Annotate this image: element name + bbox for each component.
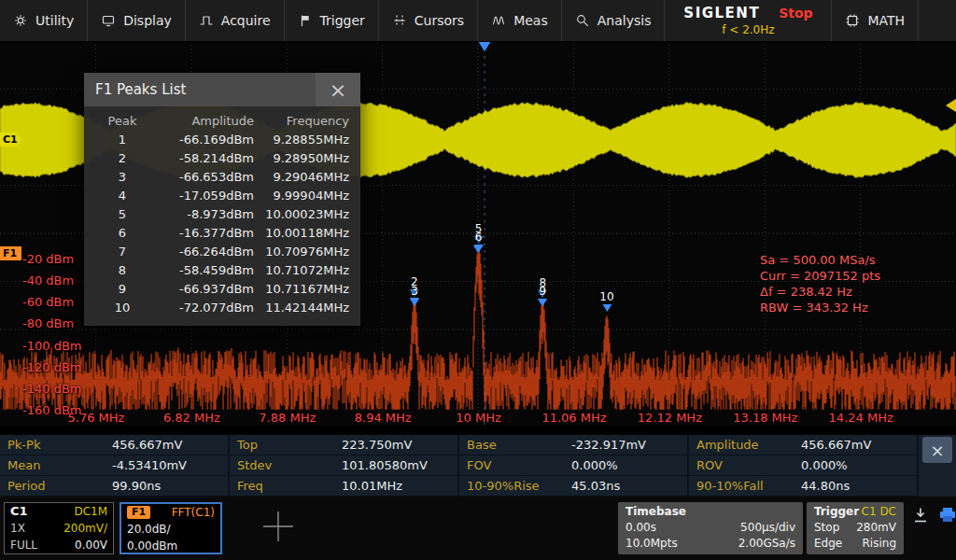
peaks-table-row: 9-66.937dBm10.71167MHz	[95, 279, 349, 298]
fft-info-readout: Sa = 500.00 MSa/sCurr = 2097152 ptsΔf = …	[760, 252, 880, 315]
measurement-cell: FOV0.000%	[459, 455, 689, 476]
brand-status-box: SIGLENT Stop f < 2.0Hz	[665, 0, 832, 41]
c1-scale: 200mV/	[63, 520, 107, 537]
peaks-table-row: 4-17.059dBm9.99904MHz	[95, 186, 349, 204]
c1-coupling: DC1M	[74, 503, 107, 520]
peaks-dialog-title: F1 Peaks List	[95, 81, 186, 98]
acquire-icon	[199, 13, 214, 28]
peaks-list-dialog[interactable]: F1 Peaks List × Peak Amplitude Frequency…	[84, 73, 360, 326]
measurement-cell: 10-90%Rise45.03ns	[459, 476, 689, 497]
menu-display[interactable]: Display	[88, 0, 186, 41]
crosshair-icon	[260, 508, 297, 545]
brand-logo: SIGLENT	[683, 5, 760, 21]
fft-freq-label: 5.76 MHz	[68, 411, 125, 425]
fft-scale-label: -80 dBm	[22, 316, 74, 331]
peaks-col-amplitude: Amplitude	[149, 114, 254, 128]
fft-scale-label: -120 dBm	[22, 360, 81, 375]
menu-trigger[interactable]: Trigger	[285, 0, 379, 41]
peak-arrow-icon	[410, 299, 419, 306]
fft-scale-label: -100 dBm	[22, 339, 81, 354]
trigger-source: C1 DC	[862, 504, 896, 520]
trigger-frequency-readout: f < 2.0Hz	[678, 23, 818, 36]
c1-bandwidth: FULL	[10, 537, 37, 553]
run-state-badge[interactable]: Stop	[779, 6, 812, 21]
peaks-table-row: 8-58.459dBm10.71072MHz	[95, 260, 349, 279]
measurement-cell: Mean-4.53410mV	[0, 455, 230, 476]
c1-label: C1	[10, 503, 28, 520]
measurement-cell: Stdev101.80580mV	[230, 455, 459, 476]
add-trace-button[interactable]	[256, 504, 301, 549]
printer-icon[interactable]	[937, 506, 956, 525]
save-to-usb-icon[interactable]	[911, 506, 930, 525]
menu-meas[interactable]: Meas	[478, 0, 562, 41]
peaks-table-row: 6-16.377dBm10.00118MHz	[95, 223, 349, 242]
bottom-bar: C1 DC1M 1X 200mV/ FULL 0.00V F1 FFT(C1) …	[0, 497, 956, 560]
peaks-table-row: 3-66.653dBm9.29046MHz	[95, 167, 349, 186]
menu-analysis[interactable]: Analysis	[562, 0, 666, 41]
trigger-level-marker[interactable]	[946, 99, 956, 112]
analysis-icon	[575, 13, 590, 28]
peaks-table-row: 7-66.264dBm10.70976MHz	[95, 242, 349, 260]
measurement-cell: ROV0.000%	[689, 455, 919, 476]
timebase-title: Timebase	[626, 504, 686, 520]
timebase-box[interactable]: Timebase 0.00s 500µs/div 10.0Mpts 2.00GS…	[618, 502, 803, 554]
peak-marker-10: 10	[599, 291, 613, 312]
fft-freq-label: 11.06 MHz	[541, 411, 606, 425]
f1-offset: 0.00dBm	[127, 538, 177, 554]
f1-label: F1	[127, 506, 150, 519]
peak-arrow-icon	[602, 304, 612, 312]
fft-freq-label: 8.94 MHz	[355, 411, 412, 425]
trigger-type: Edge	[814, 536, 842, 552]
peaks-rows: 1-66.169dBm9.28855MHz2-58.214dBm9.28950M…	[95, 130, 349, 316]
fft-freq-label: 13.18 MHz	[733, 411, 797, 425]
fft-info-line: Sa = 500.00 MSa/s	[760, 252, 880, 268]
measurement-cell: Top223.750mV	[230, 435, 459, 455]
peaks-table-row: 2-58.214dBm9.28950MHz	[95, 148, 349, 167]
measurements-panel: Pk-Pk456.667mVTop223.750mVBase-232.917mV…	[0, 435, 956, 497]
c1-descriptor-box[interactable]: C1 DC1M 1X 200mV/ FULL 0.00V	[4, 502, 114, 554]
measurements-close-button[interactable]: ×	[922, 437, 952, 463]
fft-scale-label: -40 dBm	[22, 273, 74, 288]
fft-scale-label: -60 dBm	[22, 295, 74, 310]
peak-arrow-icon	[538, 299, 547, 306]
menu-math-label: MATH	[867, 13, 905, 28]
f1-scale: 20.0dB/	[127, 521, 171, 538]
trigger-level: 280mV	[856, 520, 896, 536]
measurement-cell: Period99.90ns	[0, 476, 230, 497]
f1-descriptor-box[interactable]: F1 FFT(C1) 20.0dB/ 0.00dBm	[120, 502, 222, 554]
f1-position-marker[interactable]: F1	[0, 246, 21, 260]
trigger-box[interactable]: Trigger C1 DC Stop 280mV Edge Rising	[807, 502, 904, 554]
measurements-grid: Pk-Pk456.667mVTop223.750mVBase-232.917mV…	[0, 435, 956, 497]
fft-freq-label: 14.24 MHz	[829, 411, 893, 425]
math-icon	[845, 13, 860, 28]
measurement-cell: Freq10.01MHz	[230, 476, 459, 497]
menu-cursors[interactable]: Cursors	[379, 0, 478, 41]
peak-marker-9: 9	[538, 286, 547, 306]
status-icons	[911, 506, 956, 525]
measurement-cell: 90-10%Fall44.80ns	[689, 476, 919, 497]
fft-scale-label: -140 dBm	[22, 382, 81, 397]
cursors-icon	[392, 13, 407, 28]
measurement-cell: Amplitude456.667mV	[689, 435, 919, 455]
peak-arrow-icon	[474, 245, 484, 252]
menu-items: UtilityDisplayAcquireTriggerCursorsMeasA…	[0, 0, 665, 41]
peaks-col-frequency: Frequency	[254, 114, 349, 128]
fft-freq-label: 6.82 MHz	[163, 411, 220, 425]
peak-marker-3: 3	[410, 286, 419, 306]
timebase-points: 10.0Mpts	[626, 536, 678, 552]
trigger-position-marker[interactable]	[478, 41, 491, 51]
trigger-mode: Stop	[814, 520, 839, 536]
peaks-dialog-header[interactable]: F1 Peaks List ×	[84, 73, 360, 106]
peaks-dialog-close-button[interactable]: ×	[316, 73, 360, 106]
trigger-slope: Rising	[863, 536, 896, 552]
measurement-cell: Base-232.917mV	[459, 435, 689, 455]
measurement-cell: Pk-Pk456.667mV	[0, 435, 230, 455]
timebase-delay: 0.00s	[626, 520, 656, 536]
gear-icon	[13, 13, 28, 28]
scope-area[interactable]: C1 F1 Sa = 500.00 MSa/sCurr = 2097152 pt…	[0, 41, 956, 426]
menu-acquire[interactable]: Acquire	[186, 0, 285, 41]
menu-math[interactable]: MATH	[832, 0, 919, 41]
display-icon	[101, 13, 116, 28]
fft-freq-label: 7.88 MHz	[259, 411, 316, 425]
menu-utility[interactable]: Utility	[0, 0, 88, 41]
